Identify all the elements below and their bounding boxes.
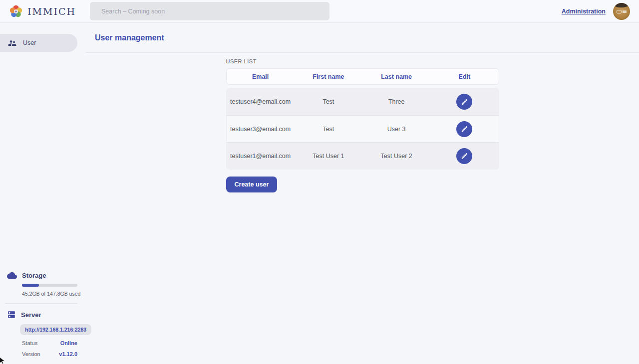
status-value: Online [60,340,77,346]
cell-last-name: Test User 2 [362,153,430,160]
user-table: testuser4@email.com Test Three [226,88,499,170]
sidebar: User Storage 45.2GB of 147.8GB used [0,23,86,364]
cell-first-name: Test User 1 [295,153,362,160]
sidebar-item-label: User [23,39,36,46]
server-title: Server [21,311,41,319]
col-header-last-name: Last name [362,73,430,80]
cell-email: testuser4@email.com [227,98,295,105]
status-label: Status [22,340,37,346]
sidebar-divider [5,303,77,304]
server-section: Server http://192.168.1.216:2283 Status … [0,310,86,357]
user-avatar[interactable] [613,3,630,20]
topbar: IMMICH Administration [0,0,639,23]
immich-flower-icon [9,4,23,18]
cell-first-name: Test [295,126,362,133]
search-input[interactable] [90,2,329,20]
col-header-edit: Edit [430,73,498,80]
storage-usage-text: 45.2GB of 147.8GB used [22,291,86,297]
section-title: USER LIST [226,58,499,64]
dns-icon [7,310,16,319]
brand[interactable]: IMMICH [9,4,84,18]
users-icon [7,38,17,48]
table-row: testuser3@email.com Test User 3 [227,115,499,142]
create-user-button[interactable]: Create user [226,177,278,192]
cell-email: testuser1@email.com [227,153,295,160]
storage-section: Storage 45.2GB of 147.8GB used [0,272,86,297]
edit-user-button[interactable] [456,148,472,164]
cloud-icon [7,272,17,279]
pencil-icon [461,98,468,106]
brand-name: IMMICH [27,6,76,17]
col-header-email: Email [227,73,295,80]
server-version-row: Version v1.12.0 [22,351,77,357]
topbar-actions: Administration [562,3,630,20]
edit-user-button[interactable] [456,94,472,110]
page-layout: User Storage 45.2GB of 147.8GB used [0,23,639,364]
edit-user-button[interactable] [456,121,472,137]
page-header: User management [86,23,639,53]
pencil-icon [461,125,468,133]
page-title: User management [95,33,164,42]
sidebar-item-user[interactable]: User [0,34,77,52]
mouse-cursor [0,357,6,364]
cell-email: testuser3@email.com [227,126,295,133]
main-content: User management USER LIST Email First na… [86,23,639,364]
col-header-first-name: First name [295,73,362,80]
administration-link[interactable]: Administration [562,8,606,15]
table-header-row: Email First name Last name Edit [226,68,499,85]
table-row: testuser4@email.com Test Three [227,88,499,115]
user-list-panel: USER LIST Email First name Last name Edi… [226,58,499,192]
version-label: Version [22,351,40,357]
version-value: v1.12.0 [59,351,77,357]
sidebar-footer: Storage 45.2GB of 147.8GB used Server [0,272,86,357]
cell-first-name: Test [295,98,362,105]
table-row: testuser1@email.com Test User 1 Test Use… [227,142,499,169]
storage-title: Storage [22,272,46,279]
pencil-icon [461,152,468,160]
server-url: http://192.168.1.216:2283 [20,324,91,335]
cell-last-name: User 3 [362,126,430,133]
storage-progress-fill [22,284,39,287]
server-status-row: Status Online [22,340,77,346]
storage-progress-bar [22,284,77,287]
cell-last-name: Three [362,98,430,105]
